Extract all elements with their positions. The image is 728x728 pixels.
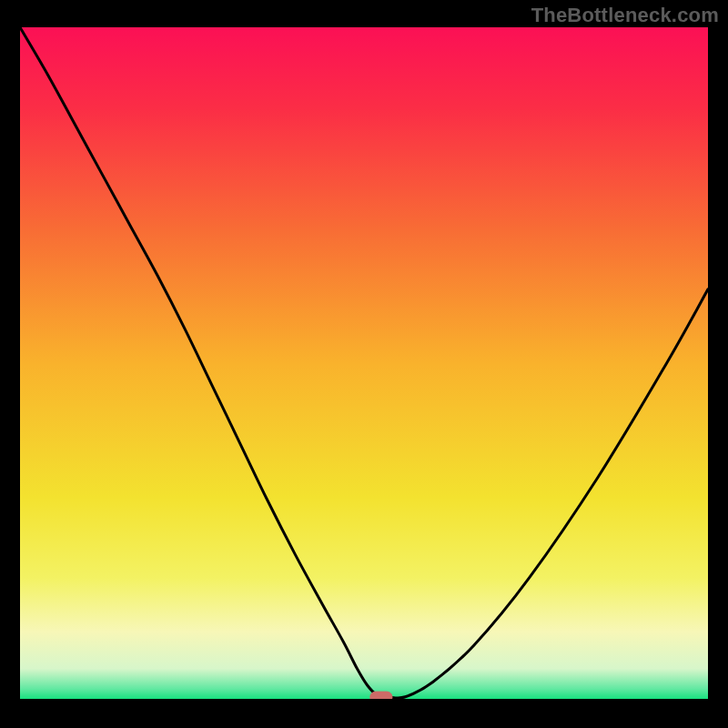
chart-frame: TheBottleneck.com <box>0 0 728 728</box>
bottleneck-chart <box>20 27 708 699</box>
gradient-background <box>20 27 708 699</box>
plot-area <box>20 27 708 699</box>
watermark-text: TheBottleneck.com <box>531 4 719 27</box>
optimal-point-marker <box>370 692 392 699</box>
